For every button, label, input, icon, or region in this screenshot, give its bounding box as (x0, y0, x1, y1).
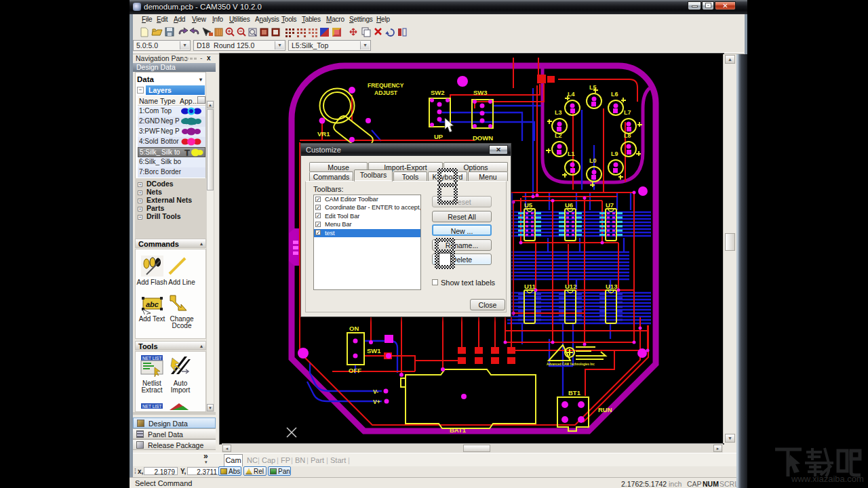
svg-text:L7: L7 (624, 109, 631, 116)
svg-text:U7: U7 (606, 201, 614, 209)
svg-text:UP: UP (434, 133, 443, 140)
svg-text:L8: L8 (624, 132, 631, 139)
svg-text:OFF: OFF (349, 367, 361, 374)
svg-text:SW1: SW1 (367, 347, 381, 354)
svg-text:Advanced CAM Technologies Inc: Advanced CAM Technologies Inc (547, 363, 595, 366)
svg-text:VR1: VR1 (317, 130, 330, 138)
svg-text:V+: V+ (373, 399, 380, 405)
svg-text:V-: V- (373, 388, 378, 395)
svg-text:U5: U5 (524, 201, 533, 209)
svg-text:L9: L9 (611, 150, 618, 157)
svg-text:L3: L3 (555, 109, 562, 116)
svg-text:NET LIST: NET LIST (142, 356, 161, 361)
svg-text:DOWN: DOWN (473, 134, 493, 142)
svg-text:BAT1: BAT1 (450, 426, 467, 434)
svg-text:abc: abc (146, 300, 159, 308)
svg-text:U11: U11 (524, 283, 536, 290)
svg-text:RUN: RUN (598, 406, 612, 413)
svg-text:L6: L6 (611, 91, 618, 98)
svg-text:U6: U6 (565, 201, 573, 209)
svg-text:NET LIST: NET LIST (142, 404, 161, 409)
svg-text:U13: U13 (606, 283, 617, 290)
svg-text:FREQUENCY: FREQUENCY (368, 82, 404, 89)
svg-text:SW3: SW3 (473, 89, 488, 96)
svg-text:T: T (184, 148, 190, 157)
svg-text:BT1: BT1 (568, 389, 581, 396)
svg-text:ON: ON (349, 325, 359, 332)
svg-text:SW2: SW2 (431, 89, 445, 96)
svg-text:L0: L0 (589, 157, 597, 164)
svg-text:ADJUST: ADJUST (374, 89, 398, 96)
svg-text:L1: L1 (568, 150, 575, 157)
svg-text:L4: L4 (568, 91, 575, 98)
svg-text:L5: L5 (589, 84, 597, 91)
svg-text:U12: U12 (565, 283, 576, 290)
